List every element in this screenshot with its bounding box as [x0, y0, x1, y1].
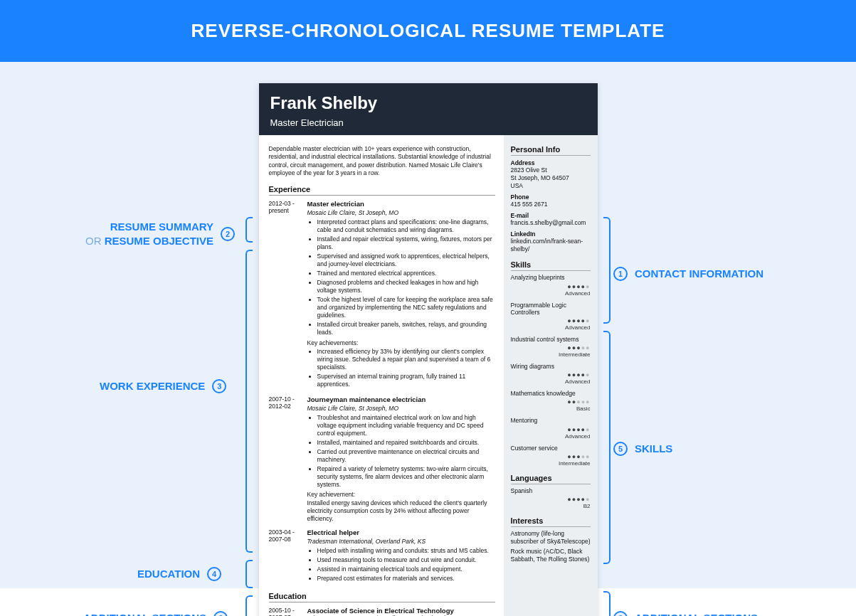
annotation-additional-right: 6 ADDITIONAL SECTIONS — [613, 611, 758, 616]
annotation-work: WORK EXPERIENCE 3 — [100, 379, 226, 393]
skill-item: Customer service●●●●●Intermediate — [511, 445, 591, 467]
language-item: Spanish●●●●●B2 — [511, 487, 591, 509]
skill-level: Advanced — [511, 378, 591, 385]
annotation-number: 2 — [221, 227, 235, 241]
phone-value: 415 555 2671 — [511, 201, 591, 208]
language-dots: ●●●●● — [511, 496, 591, 503]
skill-name: Mathematics knowledge — [511, 390, 591, 397]
annotation-number: 1 — [613, 267, 628, 281]
job-title: Master electrician — [307, 200, 495, 208]
job-bullet: Trained and mentored electrical apprenti… — [317, 270, 495, 277]
job-bullet: Installed, maintained and repaired switc… — [317, 439, 495, 447]
job-bullet: Supervised and assigned work to apprenti… — [317, 253, 495, 268]
side-column: Personal Info Address 2823 Olive St St J… — [504, 135, 598, 616]
education-heading: Education — [269, 592, 495, 602]
skill-name: Analyzing blueprints — [511, 274, 591, 281]
skill-dots: ●●●●● — [511, 398, 591, 405]
personal-info: Address 2823 Olive St St Joseph, MO 6450… — [511, 159, 591, 253]
skill-dots: ●●●●● — [511, 426, 591, 433]
key-bullet: Supervised an internal training program,… — [317, 373, 495, 388]
job-bullet: Helped with installing wiring and condui… — [317, 547, 495, 555]
job-date: 2012-03 - present — [269, 200, 300, 390]
annotation-label: RESUME SUMMARY — [110, 221, 213, 233]
address-line: St Joseph, MO 64507 — [511, 174, 591, 182]
bracket-icon — [603, 217, 611, 324]
job-title: Electrical helper — [307, 529, 495, 536]
resume-document: Frank Shelby Master Electrician Dependab… — [259, 83, 598, 616]
skill-dots: ●●●●● — [511, 371, 591, 378]
skill-level: Intermediate — [511, 460, 591, 467]
edu-title: Associate of Science in Electrical Techn… — [307, 607, 495, 615]
job-date: 2007-10 - 2012-02 — [269, 395, 300, 524]
skill-name: Industrial control systems — [511, 336, 591, 343]
key-achievement-heading: Key achievements: — [307, 339, 495, 346]
annotation-label: CONTACT INFORMATION — [635, 267, 763, 281]
canvas: Frank Shelby Master Electrician Dependab… — [0, 62, 856, 588]
skill-level: Intermediate — [511, 351, 591, 358]
skill-item: Industrial control systems●●●●●Intermedi… — [511, 336, 591, 358]
annotation-label: SKILLS — [635, 442, 672, 456]
interests-heading: Interests — [511, 516, 591, 527]
education-entry: 2005-10 - 2007-07Associate of Science in… — [269, 607, 495, 616]
skill-dots: ●●●●● — [511, 344, 591, 351]
skill-item: Programmable Logic Controllers●●●●●Advan… — [511, 302, 591, 331]
annotation-label: RESUME OBJECTIVE — [105, 235, 213, 247]
skill-dots: ●●●●● — [511, 453, 591, 460]
skill-level: Basic — [511, 405, 591, 412]
skill-item: Mentoring●●●●●Advanced — [511, 417, 591, 439]
skill-name: Programmable Logic Controllers — [511, 302, 591, 316]
skill-name: Wiring diagrams — [511, 363, 591, 370]
job-bullet: Repaired a variety of telemetry systems:… — [317, 465, 495, 489]
job-location: Tradesman International, Overland Park, … — [307, 538, 495, 545]
resume-summary: Dependable master electrician with 10+ y… — [269, 145, 495, 178]
address-line: USA — [511, 182, 591, 190]
linkedin-value: linkedin.com/in/frank-sean-shelby/ — [511, 238, 591, 253]
edu-date: 2005-10 - 2007-07 — [269, 607, 300, 616]
key-bullet: Increased efficiency by 33% by identifyi… — [317, 348, 495, 371]
interest-item: Astronomy (life-long subscriber of Sky&T… — [511, 530, 591, 546]
skill-level: Advanced — [511, 290, 591, 297]
job-location: Mosaic Life Claire, St Joseph, MO — [307, 209, 495, 216]
skill-dots: ●●●●● — [511, 283, 591, 290]
skill-dots: ●●●●● — [511, 317, 591, 324]
resume-header: Frank Shelby Master Electrician — [259, 83, 598, 135]
key-achievement-heading: Key achievement: — [307, 491, 495, 498]
language-level: B2 — [511, 503, 591, 509]
resume-job-title: Master Electrician — [270, 117, 586, 128]
annotation-summary: RESUME SUMMARY OR RESUME OBJECTIVE 2 — [85, 220, 235, 248]
key-text: Installed energy saving devices which re… — [307, 499, 495, 523]
annotation-label: OR — [85, 235, 102, 247]
skill-item: Analyzing blueprints●●●●●Advanced — [511, 274, 591, 296]
annotation-number: 6 — [213, 611, 228, 616]
interest-item: Rock music (AC/DC, Black Sabbath, The Ro… — [511, 548, 591, 563]
languages-heading: Languages — [511, 474, 591, 484]
annotation-number: 4 — [207, 567, 221, 581]
annotation-additional-left: ADDITIONAL SECTIONS 6 — [83, 611, 228, 616]
annotation-number: 6 — [613, 611, 628, 616]
bracket-icon — [245, 250, 253, 553]
annotation-number: 3 — [212, 379, 226, 393]
resume-name: Frank Shelby — [270, 93, 586, 113]
job-bullet: Took the highest level of care for keepi… — [317, 296, 495, 319]
annotation-skills: 5 SKILLS — [613, 442, 672, 456]
bracket-icon — [245, 595, 253, 616]
job-bullet: Installed circuit breaker panels, switch… — [317, 321, 495, 336]
job-date: 2003-04 - 2007-08 — [269, 529, 300, 584]
annotation-number: 5 — [613, 442, 628, 456]
job-entry: 2012-03 - presentMaster electricianMosai… — [269, 200, 495, 390]
annotation-contact: 1 CONTACT INFORMATION — [613, 267, 763, 281]
language-name: Spanish — [511, 487, 591, 494]
job-entry: 2003-04 - 2007-08Electrical helperTrades… — [269, 529, 495, 584]
annotation-label: EDUCATION — [137, 567, 200, 581]
page-title: REVERSE-CHRONOLOGICAL RESUME TEMPLATE — [0, 0, 856, 62]
address-line: 2823 Olive St — [511, 166, 591, 174]
bracket-icon — [245, 560, 253, 588]
bracket-icon — [603, 331, 611, 564]
phone-label: Phone — [511, 193, 591, 201]
skill-level: Advanced — [511, 324, 591, 331]
job-entry: 2007-10 - 2012-02Journeyman maintenance … — [269, 395, 495, 524]
experience-heading: Experience — [269, 185, 495, 196]
main-column: Dependable master electrician with 10+ y… — [259, 135, 504, 616]
email-value: francis.s.shelby@gmail.com — [511, 219, 591, 227]
address-label: Address — [511, 159, 591, 166]
